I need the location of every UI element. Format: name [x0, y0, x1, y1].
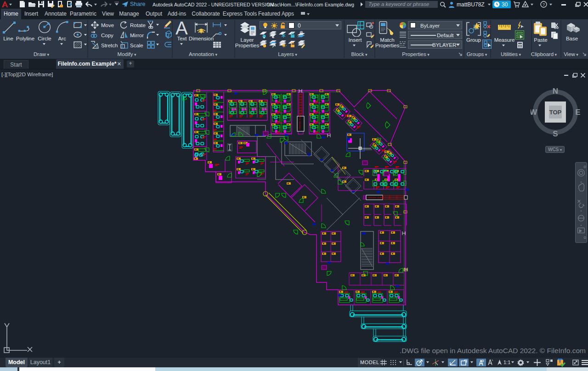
svg-text:PRINTER ISLAND: PRINTER ISLAND: [368, 197, 384, 199]
svg-text:E: E: [575, 108, 580, 117]
svg-text:W: W: [531, 108, 537, 117]
svg-text:PRINTER ISLAND: PRINTER ISLAND: [299, 113, 301, 129]
svg-text:S: S: [553, 129, 558, 137]
svg-text:N: N: [553, 87, 558, 96]
svg-text:TOP: TOP: [549, 109, 562, 116]
svg-text:?: ?: [543, 2, 545, 7]
